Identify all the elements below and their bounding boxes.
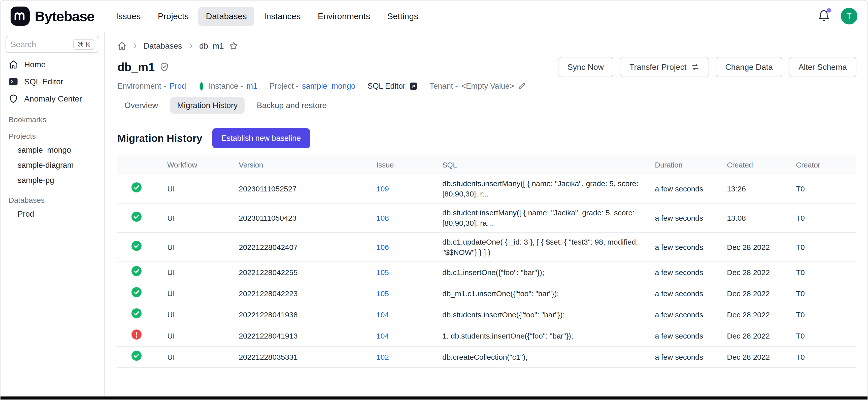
col-issue: Issue [376,156,442,174]
meta-sql-editor[interactable]: SQL Editor [368,82,417,91]
alter-schema-button[interactable]: Alter Schema [789,57,857,77]
issue-link[interactable]: 105 [376,268,389,277]
breadcrumb-databases[interactable]: Databases [144,41,182,51]
sidebar-item-home[interactable]: Home [5,56,99,73]
chevron-right-icon [131,42,138,50]
issue-link[interactable]: 102 [376,353,389,361]
workflow-cell: UI [167,283,239,304]
search-box[interactable]: ⌘ K [5,36,99,53]
project-link[interactable]: sample_mongo [302,82,355,91]
table-row: UI202212280419131041. db.students.insert… [117,325,857,346]
sidebar-item-label: Anomaly Center [24,94,82,103]
status-success-icon [131,350,142,361]
issue-link[interactable]: 104 [376,311,389,319]
notification-bell-button[interactable] [817,9,831,23]
star-icon[interactable] [229,41,239,51]
sidebar-section-projects: Projects [5,132,99,141]
sql-cell: db.students.insertMany([ { name: "Jacika… [442,174,655,203]
sql-cell: 1. db.students.insertOne({"foo": "bar"})… [442,325,655,346]
sync-now-button[interactable]: Sync Now [558,57,613,77]
created-cell: Dec 28 2022 [727,346,796,368]
database-tabs: Overview Migration History Backup and re… [117,97,857,114]
user-avatar[interactable]: T [841,8,858,25]
duration-cell: a few seconds [655,174,727,203]
nav-projects[interactable]: Projects [150,7,196,26]
sql-editor-external-icon [409,82,417,90]
sql-cell: db.c1.insertOne({"foo": "bar"}); [442,262,655,283]
duration-cell: a few seconds [655,233,727,262]
creator-cell: T0 [796,233,857,262]
tab-migration-history[interactable]: Migration History [170,97,245,114]
sidebar-item-sql-editor[interactable]: SQL Editor [5,73,99,90]
tab-backup-and-restore[interactable]: Backup and restore [250,97,334,114]
sidebar-item-label: SQL Editor [24,77,63,86]
sidebar-item-label: Home [24,60,45,69]
sidebar-project-sample_mongo[interactable]: sample_mongo [5,143,99,158]
issue-link[interactable]: 104 [376,332,389,340]
meta-instance: Instance - m1 [198,82,257,91]
table-row: UI20221228042407106db.c1.updateOne( { _i… [117,233,857,262]
transfer-arrows-icon [691,63,700,71]
nav-settings[interactable]: Settings [380,7,426,26]
change-data-button[interactable]: Change Data [716,57,782,77]
pencil-edit-icon[interactable] [518,82,526,90]
status-success-icon [131,266,142,276]
nav-databases[interactable]: Databases [198,7,254,26]
nav-issues[interactable]: Issues [108,7,148,26]
created-cell: Dec 28 2022 [727,283,796,304]
status-success-icon [131,287,142,297]
migration-history-table: Workflow Version Issue SQL Duration Crea… [117,156,857,368]
migration-table-body: UI20230111052527109db.students.insertMan… [117,174,857,368]
sidebar-project-sample-pg[interactable]: sample-pg [5,173,99,188]
col-sql: SQL [442,156,655,174]
workflow-cell: UI [167,203,239,233]
instance-link[interactable]: m1 [247,82,257,91]
nav-instances[interactable]: Instances [256,7,308,26]
brand-home-link[interactable]: Bytebase [10,6,94,26]
tab-overview[interactable]: Overview [117,97,165,114]
sql-cell: db.createCollection("c1"); [442,346,655,368]
sidebar-database-prod[interactable]: Prod [5,207,99,222]
environment-link[interactable]: Prod [169,82,186,91]
page-title: db_m1 [117,60,155,74]
workflow-cell: UI [167,325,239,346]
search-input[interactable] [10,40,61,49]
issue-link[interactable]: 105 [376,289,389,298]
col-duration: Duration [655,156,727,174]
transfer-project-button[interactable]: Transfer Project [620,57,709,77]
migration-history-header: Migration History Establish new baseline [117,128,857,148]
version-cell: 20230111050423 [239,203,376,233]
terminal-icon [8,77,18,86]
sidebar-project-sample-diagram[interactable]: sample-diagram [5,158,99,173]
sidebar-section-bookmarks: Bookmarks [5,115,99,124]
issue-link[interactable]: 106 [376,243,389,251]
nav-environments[interactable]: Environments [310,7,378,26]
tenant-value: <Empty Value> [461,82,514,91]
migration-history-heading: Migration History [117,132,202,144]
table-row: UI20221228041938104db.students.insertOne… [117,304,857,325]
creator-cell: T0 [796,325,857,346]
status-success-icon [131,241,142,251]
issue-link[interactable]: 108 [376,214,389,222]
sql-cell: db.student.insertMany([ { name: "Jacika"… [442,203,655,233]
table-row: UI20230111052527109db.students.insertMan… [117,174,857,203]
version-cell: 20221228041938 [239,304,376,325]
bytebase-logo-icon [10,6,30,26]
table-row: UI20221228042255105db.c1.insertOne({"foo… [117,262,857,283]
created-cell: Dec 28 2022 [727,304,796,325]
duration-cell: a few seconds [655,325,727,346]
created-cell: Dec 28 2022 [727,233,796,262]
database-meta-row: Environment - Prod Instance - m1 Project… [117,82,857,91]
sql-cell: db_m1.c1.insertOne({"foo": "bar"}); [442,283,655,304]
home-icon [8,60,18,69]
sidebar-item-anomaly-center[interactable]: Anomaly Center [5,90,99,107]
workflow-cell: UI [167,233,239,262]
duration-cell: a few seconds [655,346,727,368]
chevron-right-icon [187,42,194,50]
bytebase-window: Bytebase Issues Projects Databases Insta… [0,0,868,400]
workflow-cell: UI [167,346,239,368]
breadcrumb-db-m1[interactable]: db_m1 [199,41,224,51]
breadcrumb-home-icon[interactable] [117,41,126,50]
establish-baseline-button[interactable]: Establish new baseline [212,128,310,148]
issue-link[interactable]: 109 [376,185,389,193]
